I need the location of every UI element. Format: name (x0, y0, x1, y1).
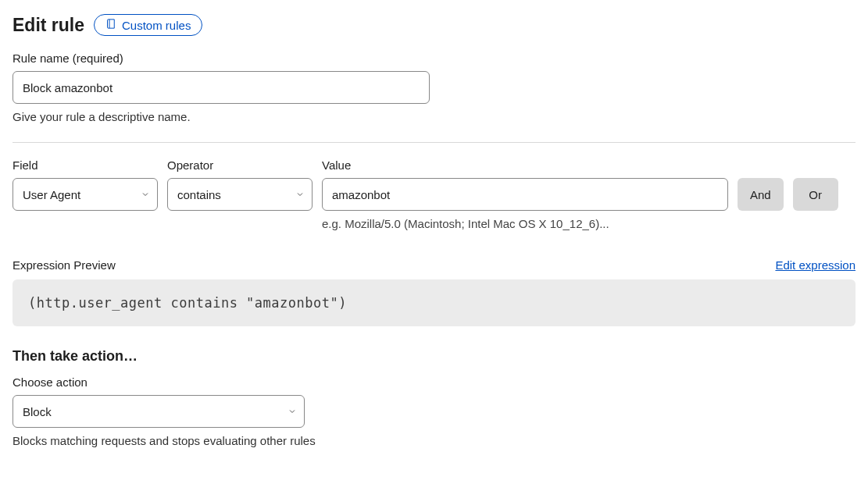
custom-rules-label: Custom rules (122, 19, 191, 32)
field-select[interactable]: User Agent (13, 178, 158, 211)
rule-name-helper: Give your rule a descriptive name. (13, 110, 855, 123)
edit-expression-link[interactable]: Edit expression (775, 258, 855, 272)
rule-name-label: Rule name (required) (13, 52, 855, 65)
value-hint: e.g. Mozilla/5.0 (Macintosh; Intel Mac O… (322, 217, 728, 230)
or-button[interactable]: Or (793, 178, 838, 211)
custom-rules-button[interactable]: Custom rules (94, 14, 202, 36)
action-heading: Then take action… (13, 348, 855, 365)
page-title: Edit rule (13, 15, 84, 36)
action-select[interactable]: Block (13, 395, 305, 428)
value-input[interactable] (322, 178, 728, 211)
operator-label: Operator (167, 158, 313, 172)
rule-name-input[interactable] (13, 71, 430, 104)
choose-action-label: Choose action (13, 375, 855, 389)
expression-preview: (http.user_agent contains "amazonbot") (13, 279, 855, 326)
value-label: Value (322, 158, 728, 172)
expression-preview-label: Expression Preview (13, 258, 116, 272)
operator-select[interactable]: contains (167, 178, 313, 211)
field-label: Field (13, 158, 158, 172)
divider (13, 142, 855, 143)
and-button[interactable]: And (738, 178, 784, 211)
book-icon (105, 18, 117, 32)
action-helper: Blocks matching requests and stops evalu… (13, 434, 855, 447)
